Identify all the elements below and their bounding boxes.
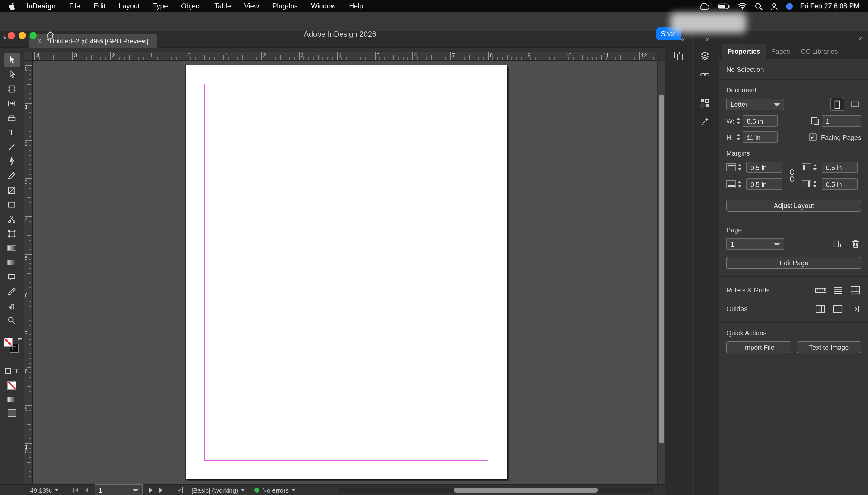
- width-field[interactable]: 8.5 in: [743, 115, 778, 126]
- apply-gradient-button[interactable]: [7, 397, 16, 402]
- show-rulers-button[interactable]: [814, 285, 827, 295]
- facing-pages-checkbox[interactable]: ✓: [809, 133, 816, 141]
- delete-page-button[interactable]: [849, 238, 861, 249]
- previous-page-button[interactable]: [84, 487, 89, 493]
- home-icon[interactable]: [46, 31, 55, 41]
- margin-right-field[interactable]: 0.5 in: [821, 178, 858, 190]
- menubar-clock[interactable]: Fri Feb 27 6:08 PM: [800, 2, 860, 10]
- menu-view[interactable]: View: [238, 0, 265, 12]
- first-page-button[interactable]: [72, 487, 79, 493]
- rectangle-tool[interactable]: [4, 198, 20, 211]
- zoom-level-dropdown[interactable]: 49.13%: [30, 486, 58, 494]
- zoom-tool[interactable]: [4, 313, 20, 327]
- width-stepper[interactable]: [736, 118, 740, 124]
- preflight-icon[interactable]: [176, 486, 183, 494]
- margin-bottom-field[interactable]: 0.5 in: [746, 178, 782, 190]
- menu-help[interactable]: Help: [342, 0, 370, 12]
- link-margins-icon[interactable]: [788, 169, 796, 183]
- note-tool[interactable]: [4, 270, 20, 284]
- adjust-layout-button[interactable]: Adjust Layout: [726, 200, 861, 211]
- ruler-vertical[interactable]: 012345678910: [24, 61, 33, 484]
- margin-left-field[interactable]: 0.5 in: [821, 161, 858, 173]
- document-grid-button[interactable]: [849, 285, 861, 295]
- direct-selection-tool[interactable]: [4, 68, 20, 81]
- smart-guides-button[interactable]: [849, 303, 861, 314]
- ruler-origin-box[interactable]: [24, 52, 33, 61]
- page-size-dropdown[interactable]: Letter: [726, 99, 784, 110]
- menu-type[interactable]: Type: [146, 0, 174, 12]
- swatches-panel-icon[interactable]: [699, 98, 711, 108]
- text-to-image-button[interactable]: Text to Image: [797, 341, 861, 353]
- user-icon[interactable]: [770, 2, 778, 10]
- frame-tool[interactable]: [4, 183, 20, 197]
- margin-top-stepper[interactable]: [738, 164, 742, 171]
- collapse-dock-icon[interactable]: «: [681, 36, 685, 43]
- ruler-guides-button[interactable]: [832, 303, 844, 314]
- edit-page-button[interactable]: Edit Page: [726, 257, 861, 269]
- wifi-icon[interactable]: [737, 2, 747, 10]
- menu-edit[interactable]: Edit: [87, 0, 112, 12]
- pen-tool[interactable]: [4, 154, 20, 168]
- baseline-grid-button[interactable]: [832, 285, 844, 295]
- page-tool[interactable]: [4, 82, 20, 96]
- vertical-scrollbar[interactable]: [657, 61, 665, 484]
- menu-indesign[interactable]: InDesign: [20, 0, 63, 12]
- menu-plug-ins[interactable]: Plug-Ins: [266, 0, 305, 12]
- gradient-feather-tool[interactable]: [4, 256, 20, 270]
- window-close-button[interactable]: [8, 32, 15, 39]
- portrait-orientation-button[interactable]: [831, 98, 844, 110]
- window-zoom-button[interactable]: [30, 32, 37, 39]
- pages-panel-icon[interactable]: [673, 51, 685, 62]
- hand-tool[interactable]: [4, 299, 20, 313]
- tab-close-icon[interactable]: ×: [37, 37, 41, 45]
- landscape-orientation-button[interactable]: [848, 98, 861, 110]
- screen-mode-button[interactable]: [7, 409, 16, 416]
- margin-top-field[interactable]: 0.5 in: [746, 161, 782, 173]
- vertical-scrollbar-thumb[interactable]: [659, 95, 664, 443]
- apply-none-button[interactable]: [7, 381, 16, 390]
- pastebo​ard[interactable]: [33, 61, 657, 484]
- expand-left-dock-icon[interactable]: »: [3, 34, 7, 41]
- gap-tool[interactable]: [4, 97, 20, 110]
- document-page[interactable]: [186, 65, 507, 479]
- menu-file[interactable]: File: [63, 0, 87, 12]
- layers-panel-icon[interactable]: [699, 51, 711, 62]
- creative-cloud-icon[interactable]: [699, 2, 710, 10]
- horizontal-scrollbar-thumb[interactable]: [454, 488, 598, 493]
- page-number-dropdown[interactable]: 1: [726, 238, 784, 250]
- error-status-dropdown[interactable]: No errors: [262, 486, 295, 494]
- menu-layout[interactable]: Layout: [112, 0, 146, 12]
- margin-bottom-stepper[interactable]: [738, 181, 742, 188]
- formatting-affects-text-button[interactable]: T: [15, 367, 18, 374]
- collapse-dock-icon-2[interactable]: «: [705, 36, 709, 43]
- free-transform-tool[interactable]: [4, 227, 20, 241]
- height-field[interactable]: 11 in: [743, 132, 778, 143]
- ruler-horizontal[interactable]: 43210123456789101112: [33, 52, 657, 61]
- pencil-tool[interactable]: [4, 169, 20, 183]
- tab-cc-libraries[interactable]: CC Libraries: [795, 44, 843, 59]
- search-icon[interactable]: [754, 2, 762, 10]
- import-file-button[interactable]: Import File: [726, 341, 791, 353]
- menu-table[interactable]: Table: [208, 0, 238, 12]
- battery-icon[interactable]: [717, 3, 730, 9]
- margin-right-stepper[interactable]: [813, 181, 817, 188]
- formatting-affects-container-button[interactable]: [5, 368, 12, 374]
- collapse-properties-icon[interactable]: »: [859, 34, 863, 41]
- content-collector-tool[interactable]: [4, 111, 20, 125]
- eyedropper-tool[interactable]: [4, 285, 20, 298]
- horizontal-scrollbar[interactable]: [337, 488, 654, 493]
- tab-pages[interactable]: Pages: [766, 44, 795, 59]
- scissors-tool[interactable]: [4, 212, 20, 226]
- margin-left-stepper[interactable]: [813, 164, 817, 171]
- fill-swatch[interactable]: [3, 338, 12, 347]
- menu-window[interactable]: Window: [305, 0, 342, 12]
- selection-tool[interactable]: [4, 53, 20, 67]
- apple-menu-icon[interactable]: [8, 1, 16, 11]
- tab-properties[interactable]: Properties: [722, 44, 766, 59]
- last-page-button[interactable]: [158, 487, 165, 493]
- type-tool[interactable]: T: [4, 125, 20, 139]
- page-number-combo[interactable]: 1: [94, 484, 142, 495]
- gradient-swatch-tool[interactable]: [4, 241, 20, 255]
- wand-panel-icon[interactable]: [699, 116, 711, 127]
- preflight-profile-dropdown[interactable]: [Basic] (working): [191, 486, 245, 494]
